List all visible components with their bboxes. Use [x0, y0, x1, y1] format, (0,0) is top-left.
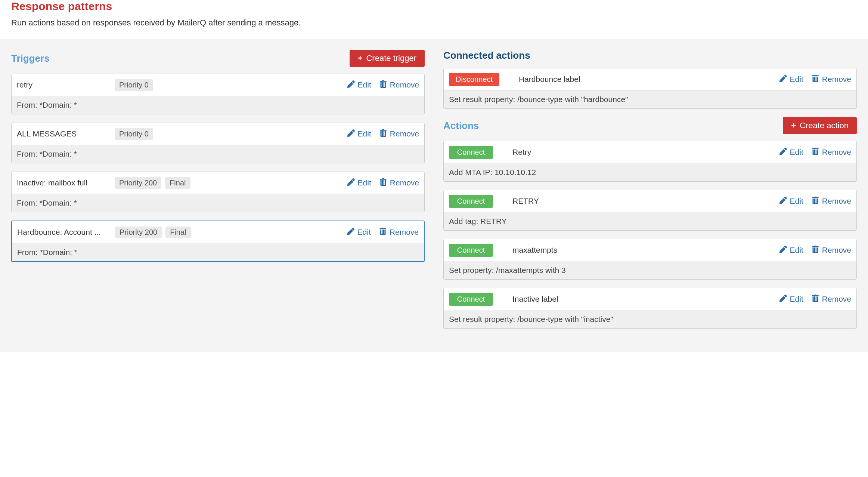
- create-trigger-label: Create trigger: [366, 53, 416, 63]
- remove-link[interactable]: Remove: [379, 228, 419, 237]
- trigger-name: Hardbounce: Account ...: [17, 228, 111, 237]
- action-card: DisconnectHardbounce labelEditRemoveSet …: [443, 68, 857, 109]
- remove-link[interactable]: Remove: [812, 197, 851, 206]
- edit-link[interactable]: Edit: [347, 178, 371, 188]
- priority-badge: Priority 0: [115, 79, 153, 91]
- action-name: Hardbounce label: [519, 75, 775, 84]
- priority-badge: Priority 0: [115, 128, 153, 140]
- edit-label: Edit: [790, 295, 803, 304]
- action-detail: Set result property: /bounce-type with "…: [444, 310, 856, 328]
- trigger-detail: From: *Domain: *: [12, 96, 424, 114]
- trigger-badges: Priority 200Final: [115, 177, 343, 189]
- pencil-icon: [779, 75, 787, 84]
- plus-icon: +: [791, 121, 796, 130]
- edit-label: Edit: [790, 246, 803, 255]
- trash-icon: [812, 246, 819, 255]
- remove-label: Remove: [822, 246, 851, 255]
- connected-actions-list: DisconnectHardbounce labelEditRemoveSet …: [443, 68, 857, 109]
- trash-icon: [379, 80, 387, 90]
- remove-label: Remove: [822, 75, 851, 84]
- trigger-card[interactable]: Hardbounce: Account ...Priority 200Final…: [11, 221, 425, 262]
- remove-label: Remove: [822, 197, 851, 206]
- main-content: Triggers + Create trigger retryPriority …: [0, 39, 868, 352]
- create-trigger-button[interactable]: + Create trigger: [350, 50, 425, 67]
- trigger-detail: From: *Domain: *: [12, 145, 424, 163]
- edit-link[interactable]: Edit: [779, 148, 803, 157]
- edit-link[interactable]: Edit: [779, 75, 803, 84]
- action-detail: Add tag: RETRY: [444, 212, 856, 230]
- remove-link[interactable]: Remove: [379, 178, 419, 188]
- trigger-name: ALL MESSAGES: [17, 129, 110, 138]
- trigger-card[interactable]: Inactive: mailbox fullPriority 200FinalE…: [11, 172, 425, 212]
- create-action-button[interactable]: + Create action: [783, 117, 857, 134]
- priority-badge: Priority 200: [115, 177, 161, 189]
- edit-label: Edit: [790, 148, 803, 157]
- pencil-icon: [347, 178, 355, 188]
- edit-link[interactable]: Edit: [779, 246, 803, 255]
- disconnect-button[interactable]: Disconnect: [449, 73, 499, 86]
- final-badge: Final: [165, 177, 190, 189]
- remove-link[interactable]: Remove: [812, 148, 851, 157]
- pencil-icon: [347, 80, 355, 90]
- remove-link[interactable]: Remove: [812, 295, 851, 304]
- edit-link[interactable]: Edit: [347, 129, 371, 139]
- trash-icon: [379, 129, 387, 139]
- triggers-list: retryPriority 0EditRemoveFrom: *Domain: …: [11, 74, 425, 262]
- edit-label: Edit: [357, 228, 371, 237]
- edit-label: Edit: [790, 75, 803, 84]
- connected-actions-heading: Connected actions: [443, 50, 530, 61]
- trigger-card[interactable]: ALL MESSAGESPriority 0EditRemoveFrom: *D…: [11, 123, 425, 163]
- trash-icon: [812, 197, 819, 206]
- pencil-icon: [347, 129, 355, 139]
- create-action-label: Create action: [800, 121, 849, 130]
- actions-list: ConnectRetryEditRemoveAdd MTA IP: 10.10.…: [443, 141, 857, 329]
- edit-label: Edit: [358, 178, 371, 187]
- remove-link[interactable]: Remove: [812, 75, 851, 84]
- remove-label: Remove: [390, 80, 419, 89]
- trigger-badges: Priority 0: [115, 128, 343, 140]
- triggers-heading: Triggers: [11, 53, 50, 64]
- edit-link[interactable]: Edit: [779, 295, 803, 304]
- remove-link[interactable]: Remove: [379, 129, 419, 139]
- action-card: ConnectRetryEditRemoveAdd MTA IP: 10.10.…: [443, 141, 857, 182]
- priority-badge: Priority 200: [115, 227, 162, 238]
- remove-label: Remove: [822, 148, 851, 157]
- edit-link[interactable]: Edit: [347, 80, 371, 90]
- remove-label: Remove: [822, 295, 851, 304]
- action-name: Retry: [512, 148, 775, 157]
- connect-button[interactable]: Connect: [449, 195, 493, 208]
- trigger-detail: From: *Domain: *: [12, 243, 424, 261]
- actions-heading: Actions: [443, 120, 479, 132]
- trash-icon: [379, 228, 387, 237]
- pencil-icon: [779, 246, 787, 255]
- pencil-icon: [779, 148, 787, 157]
- final-badge: Final: [165, 227, 190, 238]
- trigger-name: Inactive: mailbox full: [17, 178, 110, 187]
- trigger-card[interactable]: retryPriority 0EditRemoveFrom: *Domain: …: [11, 74, 425, 114]
- page-description: Run actions based on responses received …: [11, 18, 857, 28]
- action-card: ConnectRETRYEditRemoveAdd tag: RETRY: [443, 190, 857, 231]
- connect-button[interactable]: Connect: [449, 293, 493, 306]
- edit-link[interactable]: Edit: [779, 197, 803, 206]
- plus-icon: +: [358, 54, 363, 62]
- trigger-name: retry: [17, 80, 110, 89]
- action-detail: Add MTA IP: 10.10.10.12: [444, 163, 856, 181]
- page-title: Response patterns: [11, 0, 857, 13]
- pencil-icon: [347, 228, 354, 237]
- action-detail: Set property: /maxattempts with 3: [444, 261, 856, 279]
- edit-label: Edit: [358, 129, 371, 138]
- action-detail: Set result property: /bounce-type with "…: [444, 90, 856, 108]
- connect-button[interactable]: Connect: [449, 146, 493, 159]
- edit-link[interactable]: Edit: [347, 228, 371, 237]
- action-name: maxattempts: [512, 246, 775, 255]
- trash-icon: [812, 295, 819, 304]
- triggers-column: Triggers + Create trigger retryPriority …: [11, 50, 425, 337]
- trash-icon: [379, 178, 387, 188]
- action-card: ConnectmaxattemptsEditRemoveSet property…: [443, 239, 857, 280]
- remove-link[interactable]: Remove: [812, 246, 851, 255]
- remove-link[interactable]: Remove: [379, 80, 419, 90]
- edit-label: Edit: [790, 197, 803, 206]
- trigger-detail: From: *Domain: *: [12, 194, 424, 212]
- actions-column: Connected actions DisconnectHardbounce l…: [443, 50, 857, 337]
- connect-button[interactable]: Connect: [449, 244, 493, 257]
